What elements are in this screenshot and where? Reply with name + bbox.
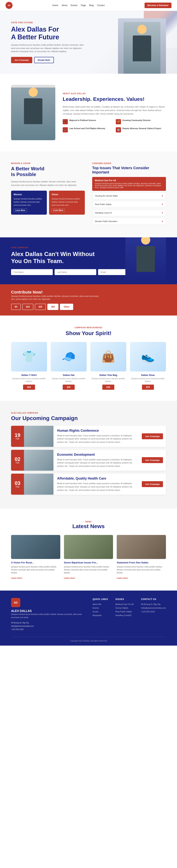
- concern-item-label-1: Real Public Safety: [95, 203, 111, 206]
- volunteer-lastname-input[interactable]: [55, 269, 96, 275]
- merch-header: CAMPAIGN MERCHANDISE Show Your Spirit!: [11, 327, 166, 336]
- concern-expand-2[interactable]: +: [162, 211, 163, 214]
- about-icon-0: 🎓: [63, 119, 68, 124]
- footer-issue-3[interactable]: Handling Covid19: [115, 614, 134, 616]
- merch-name-1: Dallas Hat: [51, 374, 87, 376]
- mission-card-vision: Vision Quisque tincidunt faucibus portti…: [49, 191, 85, 215]
- footer-quick-links-title: Quick Links: [93, 598, 108, 600]
- footer-issues: Issues Medical Care For All Human Rights…: [115, 598, 134, 631]
- about-tag: ABOUT ALEX DALLAS: [63, 93, 166, 95]
- merch-btn-3[interactable]: $75: [142, 384, 154, 390]
- news-link-0[interactable]: Learn more: [11, 577, 22, 579]
- about-icon-3: 🏛️: [116, 127, 121, 132]
- footer-link-3[interactable]: Biography: [93, 614, 108, 616]
- about-achievement-2: ⚖️ Law School and Civil Rights Attorney: [63, 127, 113, 132]
- mission-headline: A Better World Is Possible: [11, 166, 85, 177]
- concern-featured-title: Medical Care For All: [95, 179, 163, 182]
- news-item-0: A Vision For Rural... Quisque tincidunt …: [11, 535, 60, 580]
- footer-logo: AD: [11, 598, 20, 607]
- hero-person-head: [137, 25, 147, 34]
- merch-grid: 👕 Dallas T-Shirt Quisque tincidunt purus…: [11, 342, 166, 390]
- campaign-date-0: 19 FEB: [11, 426, 24, 447]
- footer-link-1[interactable]: Events: [93, 607, 108, 609]
- news-link-2[interactable]: Learn more: [117, 577, 128, 579]
- about-achievement-3: 🏛️ Deputy Attorney General Callory Proje…: [116, 127, 166, 132]
- concern-tag: CONCERN ISSUES: [92, 162, 166, 164]
- amount-btn-0[interactable]: $5: [11, 304, 21, 310]
- nav-about[interactable]: About: [62, 4, 67, 7]
- mission-learn-more[interactable]: Learn More: [14, 209, 27, 212]
- merch-item-1: 🧢 Dallas Hat Quisque tincidunt purus fau…: [51, 342, 87, 390]
- campaign-item-1: 02 FEB Economic Development Morbi et ame…: [11, 450, 166, 471]
- footer-link-2[interactable]: Issues: [93, 611, 108, 613]
- campaign-day-2: 03: [14, 480, 20, 486]
- campaign-btn-wrap-1: Join Campaign: [139, 450, 166, 471]
- campaign-join-btn-1[interactable]: Join Campaign: [142, 457, 163, 463]
- merch-desc-1: Quisque tincidunt purus faucibus porttit…: [51, 377, 87, 383]
- footer-contact-0: 99 Boxing St, Big City: [141, 603, 166, 605]
- about-achievement-0: 🎓 Majored in Political Science: [63, 119, 113, 124]
- hero-headline: Alex Dallas For A Better Future: [11, 26, 85, 41]
- about-person-head: [29, 88, 38, 97]
- hero-tag: VOTE FOR FUTURE: [11, 22, 85, 24]
- concern-item-3[interactable]: Elevate Public Education +: [92, 218, 166, 225]
- about-person-body: [24, 98, 42, 124]
- amount-btn-other[interactable]: Other: [60, 304, 73, 310]
- nav-blog[interactable]: Blog: [89, 4, 94, 7]
- footer-quick-links: Quick Links About Me Events Issues Biogr…: [93, 598, 108, 631]
- amount-btn-2[interactable]: $25: [35, 304, 46, 310]
- vision-learn-more[interactable]: Learn More: [51, 209, 65, 212]
- campaign-date-2: 03 FEB: [11, 474, 24, 495]
- merch-btn-2[interactable]: $15: [102, 384, 114, 390]
- merch-desc-0: Quisque tincidunt purus faucibus porttit…: [11, 377, 47, 383]
- hero-join-button[interactable]: Join Campaign: [11, 57, 32, 63]
- merch-name-0: Dallas T-Shirt: [11, 374, 47, 376]
- news-header: NEWS Latest News: [11, 520, 166, 529]
- merch-desc-3: Quisque tincidunt purus faucibus porttit…: [130, 377, 166, 383]
- amount-btn-1[interactable]: $10: [22, 304, 33, 310]
- footer-brand-desc: Quisque tincidunt purus faucibus mollis …: [11, 613, 85, 619]
- concern-item-label-2: Handling Covid-19: [95, 212, 112, 214]
- footer-link-0[interactable]: About Me: [93, 603, 108, 605]
- news-link-1[interactable]: Learn more: [64, 577, 75, 579]
- footer-issue-2[interactable]: Real Public Safety: [115, 611, 134, 613]
- campaign-info-2: Affordable, Quality Health Care Morbi et…: [54, 474, 139, 495]
- concern-expand-1[interactable]: +: [162, 203, 163, 206]
- concern-item-label-0: Housing As Human Right: [95, 195, 118, 197]
- merch-btn-1[interactable]: $20: [63, 384, 74, 390]
- campaign-desc-1: Morbi et amet faucibus felis. Fusce port…: [57, 458, 135, 468]
- footer: AD ALEX DALLAS Quisque tincidunt purus f…: [0, 591, 177, 646]
- footer-contact-info: 99 Boxing St, Big City hello@awesomemedi…: [11, 621, 85, 631]
- campaign-day-1: 02: [14, 457, 20, 462]
- concern-item-1[interactable]: Real Public Safety +: [92, 201, 166, 208]
- volunteer-firstname-input[interactable]: [11, 269, 53, 275]
- campaign-headline: Our Upcoming Campaign: [11, 415, 166, 421]
- campaign-join-btn-2[interactable]: Join Campaign: [142, 481, 163, 487]
- mission-description: Quisque tincidunt purus faucibus porttit…: [11, 180, 85, 187]
- footer-issue-0[interactable]: Medical Care For All: [115, 603, 134, 605]
- nav-volunteer-button[interactable]: Become a Volunteer: [145, 3, 172, 8]
- concern-expand-0[interactable]: +: [162, 194, 163, 197]
- nav-page[interactable]: Page: [81, 4, 86, 7]
- amount-btn-3[interactable]: $50: [47, 304, 59, 310]
- concern-item-0[interactable]: Housing As Human Right +: [92, 192, 166, 199]
- campaign-join-btn-0[interactable]: Join Campaign: [142, 433, 163, 439]
- footer-issue-1[interactable]: Human Rights: [115, 607, 134, 609]
- concern-item-2[interactable]: Handling Covid-19 +: [92, 209, 166, 216]
- news-desc-1: Quisque tincidunt purus faucibus mollis …: [64, 565, 113, 574]
- concern-expand-3[interactable]: +: [162, 220, 163, 223]
- hero-donate-button[interactable]: Donate Now!: [34, 57, 54, 63]
- mission-concern-section: MISSION & VISION A Better World Is Possi…: [0, 151, 177, 237]
- merch-name-3: Dallas Shoe: [130, 374, 166, 376]
- nav-contact[interactable]: Contact: [97, 4, 105, 7]
- nav-home[interactable]: Home: [52, 4, 58, 7]
- nav-links: Home About Events Page Blog Contact: [52, 4, 105, 7]
- nav-events[interactable]: Events: [71, 4, 77, 7]
- campaign-title-2: Affordable, Quality Health Care: [57, 476, 135, 480]
- merch-btn-0[interactable]: $20: [23, 384, 35, 390]
- campaign-month-2: FEB: [16, 486, 19, 488]
- footer-contact-1: hello@awesomemedia.com: [141, 607, 166, 609]
- merch-item-3: 👟 Dallas Shoe Quisque tincidunt purus fa…: [130, 342, 166, 390]
- campaign-info-1: Economic Development Morbi et amet fauci…: [54, 450, 139, 471]
- concern-item-label-3: Elevate Public Education: [95, 220, 117, 222]
